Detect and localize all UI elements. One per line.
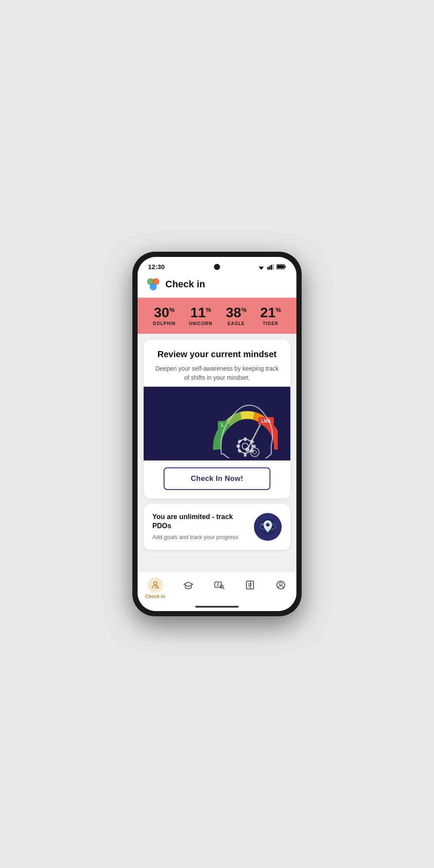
mindset-card-text: Review your current mindset Deepen your … bbox=[144, 340, 290, 387]
stat-tiger: 21% TIGER bbox=[260, 306, 281, 326]
home-bar bbox=[195, 606, 239, 608]
stat-unicorn-label: UNICORN bbox=[189, 321, 213, 326]
pdo-title: You are unlimited - track PDOs bbox=[152, 513, 248, 531]
nav-search-icon-wrap bbox=[211, 577, 227, 593]
svg-rect-25 bbox=[237, 449, 242, 453]
svg-line-40 bbox=[223, 588, 224, 589]
bottom-nav: Check in bbox=[138, 572, 296, 602]
check-in-now-button[interactable]: Check In Now! bbox=[164, 467, 270, 490]
mindset-card-title: Review your current mindset bbox=[152, 349, 282, 360]
stats-banner: 30% DOLPHIN 11% UNICORN 38% EAGLE 21% TI… bbox=[138, 298, 296, 334]
checkin-nav-icon bbox=[151, 580, 160, 590]
svg-point-28 bbox=[253, 450, 256, 454]
scroll-content[interactable]: 30% DOLPHIN 11% UNICORN 38% EAGLE 21% TI… bbox=[138, 298, 296, 572]
nav-item-search[interactable] bbox=[208, 575, 230, 595]
header-title: Check in bbox=[165, 279, 205, 290]
nav-item-profile[interactable] bbox=[270, 575, 292, 595]
phone-frame: 12:30 bbox=[132, 252, 302, 616]
svg-rect-1 bbox=[267, 267, 269, 270]
mindset-card: Review your current mindset Deepen your … bbox=[144, 340, 290, 499]
pdo-subtitle: Add goals and track your progress bbox=[152, 533, 248, 541]
pdo-text: You are unlimited - track PDOs Add goals… bbox=[152, 513, 248, 541]
svg-rect-20 bbox=[244, 453, 247, 457]
camera-notch bbox=[214, 264, 220, 270]
stat-dolphin-label: DOLPHIN bbox=[153, 321, 176, 326]
svg-rect-23 bbox=[237, 439, 242, 444]
phone-screen: 12:30 bbox=[138, 257, 296, 611]
stat-eagle: 38% EAGLE bbox=[226, 306, 247, 326]
svg-rect-22 bbox=[252, 445, 256, 447]
svg-rect-6 bbox=[285, 266, 286, 268]
nav-profile-icon-wrap bbox=[273, 577, 289, 593]
check-in-btn-wrapper: Check In Now! bbox=[144, 460, 290, 499]
svg-point-34 bbox=[272, 529, 273, 530]
nav-item-checkin[interactable]: Check in bbox=[142, 575, 169, 601]
svg-point-35 bbox=[154, 582, 157, 585]
svg-point-32 bbox=[261, 523, 263, 525]
stat-eagle-value: 38% bbox=[226, 306, 247, 319]
learn-nav-icon bbox=[183, 580, 194, 590]
svg-rect-21 bbox=[237, 445, 240, 447]
battery-icon bbox=[276, 264, 286, 270]
svg-rect-19 bbox=[244, 437, 247, 441]
wifi-icon bbox=[257, 264, 265, 270]
mindset-gauge-svg: L LMA bbox=[156, 389, 278, 458]
nav-checkin-icon-wrap bbox=[148, 577, 163, 593]
mindset-visual: L LMA bbox=[144, 387, 290, 460]
nav-learn-icon-wrap bbox=[181, 577, 196, 593]
stat-unicorn-value: 11% bbox=[189, 306, 213, 319]
nav-item-content[interactable] bbox=[239, 575, 261, 595]
content-nav-icon bbox=[245, 580, 255, 590]
svg-point-18 bbox=[242, 443, 248, 449]
stat-unicorn: 11% UNICORN bbox=[189, 306, 213, 326]
svg-rect-2 bbox=[269, 266, 270, 270]
stat-tiger-label: TIGER bbox=[260, 321, 281, 326]
stat-dolphin-value: 30% bbox=[153, 306, 176, 319]
search-nav-icon bbox=[214, 580, 224, 590]
pdo-icon bbox=[254, 513, 282, 541]
pdo-card: You are unlimited - track PDOs Add goals… bbox=[144, 504, 290, 550]
svg-text:L: L bbox=[221, 422, 224, 427]
status-time: 12:30 bbox=[148, 263, 164, 270]
profile-nav-icon bbox=[276, 580, 286, 590]
stat-eagle-label: EAGLE bbox=[226, 321, 247, 326]
svg-rect-7 bbox=[277, 265, 284, 269]
app-logo bbox=[146, 277, 160, 291]
stat-dolphin: 30% DOLPHIN bbox=[153, 306, 176, 326]
pdo-location-icon bbox=[257, 516, 279, 538]
svg-point-47 bbox=[279, 582, 282, 585]
svg-point-10 bbox=[150, 283, 157, 290]
nav-content-icon-wrap bbox=[242, 577, 258, 593]
nav-item-learn[interactable] bbox=[177, 575, 200, 595]
svg-point-30 bbox=[266, 523, 270, 526]
status-icons bbox=[257, 264, 286, 270]
stat-tiger-value: 21% bbox=[260, 306, 281, 319]
svg-point-33 bbox=[273, 523, 274, 524]
signal-icon bbox=[267, 264, 274, 270]
mindset-card-subtitle: Deepen your self-awareness by keeping tr… bbox=[152, 364, 282, 382]
home-indicator bbox=[138, 602, 296, 611]
svg-rect-4 bbox=[273, 264, 274, 270]
app-header: Check in bbox=[138, 274, 296, 298]
nav-checkin-label: Check in bbox=[145, 594, 165, 599]
svg-rect-3 bbox=[271, 265, 272, 270]
